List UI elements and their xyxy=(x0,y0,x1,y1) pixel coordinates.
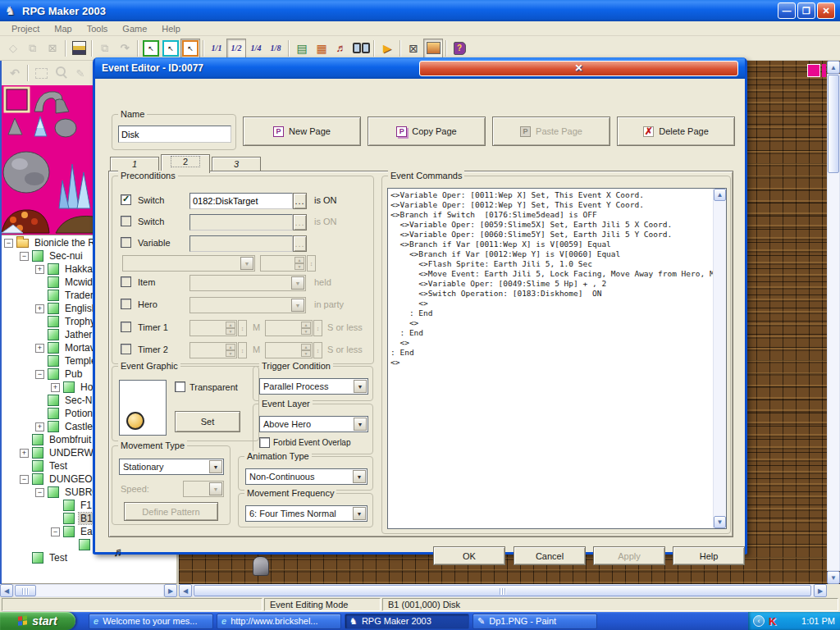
collapse-icon[interactable]: − xyxy=(35,370,44,379)
collapse-icon[interactable]: − xyxy=(4,239,13,248)
taskbar-button-rpg-maker-2003[interactable]: ♞RPG Maker 2003 xyxy=(345,614,469,629)
music-button[interactable] xyxy=(331,39,351,58)
taskbar-button-dp1-png-paint[interactable]: ✎Dp1.PNG - Paint xyxy=(472,614,597,629)
event-command-line[interactable]: <> xyxy=(390,318,713,328)
variable-checkbox[interactable] xyxy=(121,237,131,248)
close-project-button[interactable] xyxy=(43,39,62,58)
expand-icon[interactable]: + xyxy=(35,344,44,353)
copy-map-button[interactable] xyxy=(95,39,115,58)
set-graphic-button[interactable]: Set xyxy=(175,411,240,432)
upper-layer-button[interactable] xyxy=(161,39,180,58)
expand-icon[interactable]: + xyxy=(35,304,44,313)
zoom-1-1-button[interactable]: 1/1 xyxy=(207,39,226,58)
item-checkbox[interactable] xyxy=(121,276,131,287)
animation-type-dropdown[interactable]: Non-Continuous▼ xyxy=(245,468,368,485)
event-command-line[interactable]: <>Variable Oper: [0060:Slime5Y] Set, Ear… xyxy=(390,230,713,240)
playtest-button[interactable] xyxy=(377,39,397,58)
collapse-icon[interactable]: − xyxy=(51,527,60,536)
event-command-line[interactable]: : End xyxy=(390,328,713,338)
expand-icon[interactable]: + xyxy=(51,383,60,392)
event-command-line[interactable]: <> xyxy=(390,358,713,368)
cancel-button[interactable]: Cancel xyxy=(514,546,586,565)
event-command-line[interactable]: <>Switch Operation: [0183:Diskhome] ON xyxy=(390,289,713,299)
menu-project[interactable]: Project xyxy=(5,23,46,34)
new-page-button[interactable]: P New Page xyxy=(243,116,361,146)
tray-chevron-icon[interactable]: ‹ xyxy=(753,615,765,627)
minimize-button[interactable]: — xyxy=(778,2,796,19)
event-command-line[interactable]: <>Variable Oper: [0059:Slime5X] Set, Ear… xyxy=(390,220,713,230)
movement-frequency-dropdown[interactable]: 6: Four Times Normal▼ xyxy=(245,505,368,522)
event-command-line[interactable]: <>Branch if Switch [0176:Slime5dead] is … xyxy=(390,210,713,220)
event-command-line[interactable]: <>Branch if Var [0011:Wep X] is V[0059] … xyxy=(390,240,713,249)
event-layer-button[interactable] xyxy=(180,39,200,58)
map-vscroll-thumb[interactable] xyxy=(828,75,839,173)
show-title-button[interactable] xyxy=(423,39,443,58)
database-button[interactable] xyxy=(292,39,312,58)
dialog-close-button[interactable]: ✕ xyxy=(419,61,738,76)
zoom-1-2-button[interactable]: 1/2 xyxy=(226,39,246,58)
switch2-checkbox[interactable] xyxy=(121,216,131,226)
timer1-checkbox[interactable] xyxy=(121,322,131,332)
movement-type-dropdown[interactable]: Stationary▼ xyxy=(119,459,224,475)
menu-game[interactable]: Game xyxy=(116,23,153,34)
event-commands-text[interactable]: <>Variable Oper: [0011:Wep X] Set, This … xyxy=(388,189,713,528)
event-command-line[interactable]: <>Variable Oper: [0011:Wep X] Set, This … xyxy=(390,190,713,200)
switch1-checkbox[interactable]: ✓ xyxy=(121,194,131,205)
scroll-up-icon[interactable]: ▲ xyxy=(714,189,726,201)
help-button[interactable]: Help xyxy=(673,546,745,565)
scroll-left-icon[interactable]: ◀ xyxy=(179,584,192,597)
timer2-checkbox[interactable] xyxy=(121,344,131,354)
taskbar-button-http-www-brickshel-[interactable]: ehttp://www.brickshel... xyxy=(217,614,341,629)
select-button[interactable] xyxy=(31,63,51,83)
hero-checkbox[interactable] xyxy=(121,299,131,309)
lower-layer-button[interactable] xyxy=(141,39,161,58)
switch1-browse-button[interactable]: ... xyxy=(293,193,307,209)
event-layer-dropdown[interactable]: Above Hero▼ xyxy=(259,416,368,432)
menu-tools[interactable]: Tools xyxy=(80,23,115,34)
event-command-line[interactable]: : End xyxy=(390,308,713,318)
event-command-line[interactable]: <> xyxy=(390,299,713,308)
taskbar-button-welcome-to-your-mes-[interactable]: eWelcome to your mes... xyxy=(89,614,213,629)
collapse-icon[interactable]: − xyxy=(35,488,44,497)
menu-map[interactable]: Map xyxy=(48,23,78,34)
kaspersky-icon[interactable]: K xyxy=(769,615,776,628)
restore-button[interactable]: ❐ xyxy=(797,2,815,19)
event-command-line[interactable]: : End xyxy=(390,348,713,358)
zoom-1-8-button[interactable]: 1/8 xyxy=(266,39,285,58)
scroll-right-icon[interactable]: ▶ xyxy=(814,584,827,597)
start-button[interactable]: start xyxy=(0,612,75,630)
menu-help[interactable]: Help xyxy=(155,23,187,34)
event-commands-scrollbar[interactable]: ▲ ▼ xyxy=(713,189,726,528)
expand-icon[interactable]: + xyxy=(20,449,29,458)
expand-icon[interactable]: + xyxy=(35,265,44,274)
event-command-line[interactable]: <> xyxy=(390,338,713,348)
zoom-1-4-button[interactable]: 1/4 xyxy=(246,39,266,58)
collapse-icon[interactable]: − xyxy=(20,252,29,261)
tree-horizontal-scrollbar[interactable]: ◀ ▶ xyxy=(0,584,177,597)
scroll-down-icon[interactable]: ▼ xyxy=(827,571,840,584)
event-command-line[interactable]: <>Move Event: Earth Jili 5, Lock Facing,… xyxy=(390,269,713,279)
map-vertical-scrollbar[interactable]: ▲ ▼ xyxy=(827,61,840,584)
paste-page-button[interactable]: P Paste Page xyxy=(492,116,610,146)
open-project-button[interactable] xyxy=(23,39,43,58)
switch1-value-input[interactable] xyxy=(189,193,293,209)
close-button[interactable]: ✕ xyxy=(817,2,835,19)
new-project-button[interactable] xyxy=(3,39,23,58)
dialog-titlebar[interactable]: Event Editor - ID:0077 ✕ xyxy=(95,57,745,79)
save-button[interactable] xyxy=(69,39,89,58)
pen-button[interactable] xyxy=(71,63,90,83)
trigger-condition-dropdown[interactable]: Parallel Process▼ xyxy=(259,378,368,395)
zoom-tool-button[interactable] xyxy=(51,63,71,83)
scroll-down-icon[interactable]: ▼ xyxy=(714,516,726,528)
help-button[interactable] xyxy=(450,39,469,58)
transparent-checkbox[interactable] xyxy=(175,381,185,392)
revert-map-button[interactable] xyxy=(115,39,135,58)
event-command-line[interactable]: <>Branch if Var [0012:Wep Y] is V[0060] … xyxy=(390,249,713,259)
scroll-right-icon[interactable]: ▶ xyxy=(164,584,177,597)
event-command-line[interactable]: <>Variable Oper: [0012:Wep Y] Set, This … xyxy=(390,200,713,210)
event-command-line[interactable]: <>Flash Sprite: Earth Jili 5, 1.0 Sec xyxy=(390,259,713,269)
copy-page-button[interactable]: P Copy Page xyxy=(368,116,486,146)
event-name-input[interactable] xyxy=(118,126,231,143)
ok-button[interactable]: OK xyxy=(433,546,505,565)
forbid-overlap-checkbox[interactable] xyxy=(259,437,270,448)
